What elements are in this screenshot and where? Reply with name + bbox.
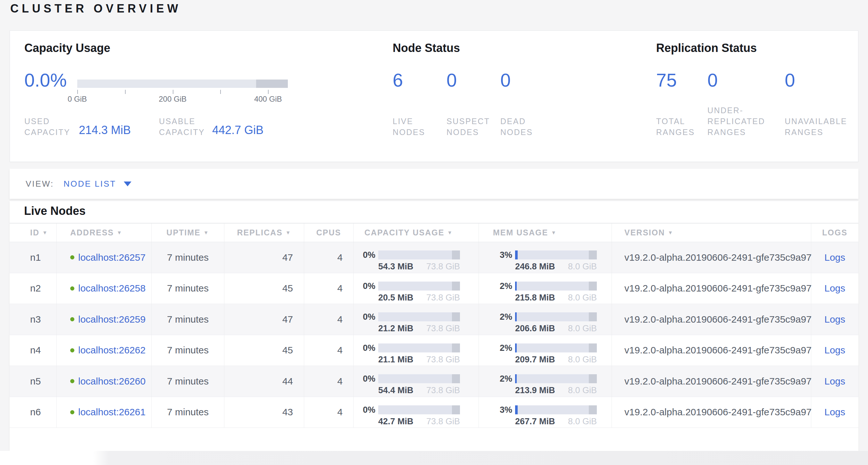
- cell-uptime: 7 minutes: [152, 335, 224, 366]
- logs-link[interactable]: Logs: [825, 314, 845, 325]
- node-stat-value: 0: [500, 69, 545, 91]
- node-address-link[interactable]: localhost:26259: [78, 314, 146, 325]
- capacity-usage-bar: [77, 80, 288, 88]
- mem-used-value: 267.7 MiB: [515, 416, 555, 427]
- cluster-summary-card: Capacity Usage 0.0% 0 GiB200 GiB400 GiB …: [10, 30, 858, 162]
- column-header-id[interactable]: ID▼: [10, 224, 57, 242]
- cell-node-id: n5: [10, 366, 57, 397]
- column-header-address[interactable]: ADDRESS▼: [57, 224, 152, 242]
- cell-address: localhost:26260: [57, 366, 152, 397]
- capacity-usage-percent: 0%: [359, 405, 378, 414]
- column-header-uptime[interactable]: UPTIME▼: [152, 224, 224, 242]
- cell-capacity-usage: 0%54.3 MiB73.8 GiB: [353, 242, 479, 273]
- cell-cpus: 4: [304, 304, 353, 335]
- column-header-label: CPUS: [316, 228, 341, 237]
- column-header-replicas[interactable]: REPLICAS▼: [224, 224, 304, 242]
- node-address-link[interactable]: localhost:26261: [78, 407, 146, 417]
- capacity-usage-percent: 0%: [359, 251, 378, 259]
- mem-usage-percent: 2%: [496, 344, 515, 352]
- logs-link[interactable]: Logs: [825, 407, 845, 417]
- capacity-usage-title: Capacity Usage: [24, 41, 306, 55]
- replication-stat: 0UNDER-REPLICATED RANGES: [707, 69, 785, 138]
- column-header-label: REPLICAS: [237, 228, 282, 237]
- replication-stat-value: 0: [707, 69, 785, 91]
- cell-address: localhost:26258: [57, 273, 152, 304]
- logs-link[interactable]: Logs: [825, 252, 845, 263]
- mem-usage-other-segment: [589, 405, 597, 414]
- view-selector-dropdown[interactable]: NODE LIST: [63, 179, 131, 189]
- cell-mem-usage: 2%209.7 MiB8.0 GiB: [479, 335, 612, 366]
- node-address-link[interactable]: localhost:26258: [78, 283, 146, 294]
- mem-usage: 2%215.8 MiB8.0 GiB: [496, 273, 597, 303]
- cell-capacity-usage: 0%20.5 MiB73.8 GiB: [353, 273, 479, 304]
- capacity-used-value: 54.4 MiB: [378, 385, 413, 396]
- node-id: n1: [30, 252, 41, 263]
- mem-usage-stack: 209.7 MiB8.0 GiB: [515, 344, 597, 365]
- cell-mem-usage: 2%215.8 MiB8.0 GiB: [479, 273, 612, 304]
- node-address-link[interactable]: localhost:26260: [78, 376, 146, 387]
- node-live-status-dot-icon: [70, 410, 74, 414]
- cell-version: v19.2.0-alpha.20190606-2491-gfe735c9a97: [612, 397, 811, 428]
- mem-used-value: 215.8 MiB: [515, 293, 555, 303]
- cell-mem-usage: 2%206.6 MiB8.0 GiB: [479, 304, 612, 335]
- mem-usage-bar: [515, 374, 597, 383]
- mem-usage-other-segment: [589, 344, 597, 352]
- column-header-version[interactable]: VERSION▼: [612, 224, 811, 242]
- column-header-mem[interactable]: MEM USAGE▼: [479, 224, 612, 242]
- mem-usage-values: 246.8 MiB8.0 GiB: [515, 262, 597, 272]
- table-row: n3localhost:262597 minutes4740%21.2 MiB7…: [10, 304, 858, 335]
- capacity-usage-values: 21.2 MiB73.8 GiB: [378, 324, 460, 333]
- column-header-capacity[interactable]: CAPACITY USAGE▼: [353, 224, 479, 242]
- mem-usage-other-segment: [589, 312, 597, 321]
- mem-usage: 3%246.8 MiB8.0 GiB: [496, 242, 597, 272]
- column-header-label: ID: [30, 228, 39, 237]
- cell-logs: Logs: [811, 366, 858, 397]
- replication-stat-value: 0: [785, 69, 859, 91]
- mem-usage-other-segment: [589, 374, 597, 383]
- mem-used-value: 209.7 MiB: [515, 355, 555, 365]
- cell-logs: Logs: [811, 273, 858, 304]
- capacity-usage-other-segment: [452, 344, 460, 352]
- mem-usage: 2%206.6 MiB8.0 GiB: [496, 304, 597, 333]
- axis-tick-label: 200 GiB: [159, 95, 187, 104]
- cell-version: v19.2.0-alpha.20190606-2491-gfe735c9a97: [612, 242, 811, 273]
- logs-link[interactable]: Logs: [825, 376, 845, 387]
- capacity-usage-percent: 0%: [359, 374, 378, 383]
- cell-capacity-usage: 0%21.1 MiB73.8 GiB: [353, 335, 479, 366]
- logs-link[interactable]: Logs: [825, 283, 845, 294]
- capacity-used-value: 21.1 MiB: [378, 355, 413, 365]
- cell-node-id: n2: [10, 273, 57, 304]
- mem-used-value: 206.6 MiB: [515, 324, 555, 333]
- node-address-link[interactable]: localhost:26257: [78, 252, 146, 263]
- capacity-usage-percent: 0%: [359, 344, 378, 352]
- chevron-down-icon: [124, 181, 131, 186]
- view-bar: VIEW: NODE LIST: [10, 169, 858, 199]
- cell-cpus: 4: [304, 335, 353, 366]
- node-stat: 6LIVE NODES: [393, 69, 446, 138]
- capacity-usage-other-segment: [452, 405, 460, 414]
- cell-address: localhost:26261: [57, 397, 152, 428]
- replication-status-title: Replication Status: [656, 41, 859, 55]
- node-stat-value: 0: [446, 69, 500, 91]
- cell-replicas: 47: [224, 304, 304, 335]
- column-header-cpus: CPUS: [304, 224, 353, 242]
- cell-cpus: 4: [304, 273, 353, 304]
- capacity-total-value: 73.8 GiB: [426, 355, 460, 365]
- table-row: n4localhost:262627 minutes4540%21.1 MiB7…: [10, 335, 858, 366]
- cell-uptime: 7 minutes: [152, 304, 224, 335]
- capacity-usage: 0%54.4 MiB73.8 GiB: [359, 366, 460, 396]
- node-live-status-dot-icon: [70, 286, 74, 291]
- cell-replicas: 43: [224, 397, 304, 428]
- used-capacity-value: 214.3 MiB: [79, 123, 131, 137]
- bottom-shadow: [0, 451, 868, 465]
- logs-link[interactable]: Logs: [825, 345, 845, 356]
- capacity-usage-bar: [378, 374, 460, 383]
- node-id: n2: [30, 283, 41, 294]
- cell-uptime: 7 minutes: [152, 242, 224, 273]
- mem-usage-values: 213.9 MiB8.0 GiB: [515, 385, 597, 396]
- capacity-usage-stack: 20.5 MiB73.8 GiB: [378, 282, 460, 303]
- capacity-usage: 0%20.5 MiB73.8 GiB: [359, 273, 460, 303]
- node-address-link[interactable]: localhost:26262: [78, 345, 146, 356]
- cell-version: v19.2.0-alpha.20190606-2491-gfe735c9a97: [612, 304, 811, 335]
- cell-address: localhost:26259: [57, 304, 152, 335]
